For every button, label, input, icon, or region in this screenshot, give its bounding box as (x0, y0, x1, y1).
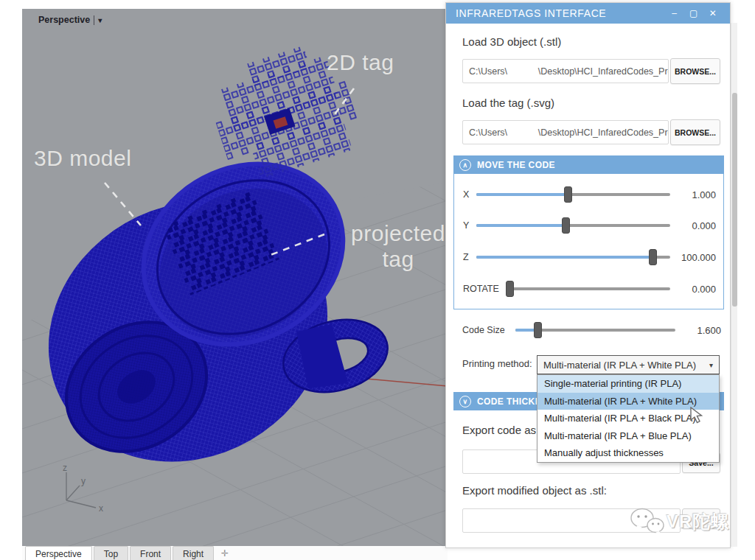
browse-object-button[interactable]: BROWSE... (670, 58, 720, 84)
maximize-icon[interactable]: ▢ (684, 8, 703, 18)
load-object-label: Load 3D object (.stl) (462, 35, 561, 48)
load-object-path-input[interactable]: C:\Users\ \Desktop\HCI_InfaredCodes_Prc (462, 59, 669, 83)
application-window: Perspective ▾ 2D tag 3D model projected … (0, 0, 755, 560)
slider-row-x: X 1.000 (463, 186, 716, 203)
code-size-row: Code Size 1.600 (462, 321, 721, 339)
rotate-slider-thumb[interactable] (506, 281, 514, 297)
load-tag-label: Load the tag (.svg) (462, 97, 554, 109)
3d-viewport[interactable]: Perspective ▾ 2D tag 3D model projected … (22, 9, 448, 546)
scrollbar-thumb[interactable] (732, 93, 737, 307)
x-slider[interactable] (476, 193, 670, 196)
tab-perspective[interactable]: Perspective (25, 546, 92, 560)
panel-title-bar[interactable]: INFRAREDTAGS INTERFACE – ▢ ✕ (446, 3, 730, 24)
slider-row-y: Y 0.000 (463, 217, 716, 234)
dropdown-option-blue-pla[interactable]: Multi-material (IR PLA + Blue PLA) (537, 427, 719, 445)
browse-tag-button[interactable]: BROWSE... (670, 119, 720, 145)
close-icon[interactable]: ✕ (703, 8, 723, 18)
axis-y-label: y (81, 476, 86, 486)
move-code-section-body: X 1.000 Y 0.000 Z (453, 174, 724, 309)
printing-method-select[interactable]: Multi-material (IR PLA + White PLA) ▾ (537, 355, 720, 374)
tab-front[interactable]: Front (130, 546, 171, 560)
dropdown-option-single-material[interactable]: Single-material printing (IR PLA) (537, 375, 719, 393)
panel-title: INFRAREDTAGS INTERFACE (456, 7, 606, 19)
y-slider-thumb[interactable] (562, 217, 570, 234)
dropdown-option-manual[interactable]: Manually adjust thicknesses (537, 444, 719, 462)
infraredtags-panel: INFRAREDTAGS INTERFACE – ▢ ✕ Load 3D obj… (445, 2, 731, 548)
viewport-title[interactable]: Perspective ▾ (38, 15, 102, 25)
load-tag-path-input[interactable]: C:\Users\ \Desktop\HCI_InfaredCodes_Prc (462, 120, 669, 144)
move-code-section-header[interactable]: ∧ MOVE THE CODE (453, 155, 724, 174)
viewport-title-label: Perspective (38, 15, 90, 25)
tab-right[interactable]: Right (173, 546, 214, 560)
viewport-title-separator (94, 15, 94, 25)
axis-z-label: z (63, 463, 67, 473)
mouse-cursor-icon (689, 407, 706, 427)
minimize-icon[interactable]: – (665, 8, 684, 18)
axis-x-label: x (99, 503, 103, 514)
tab-top[interactable]: Top (94, 546, 128, 560)
z-slider[interactable] (476, 256, 670, 259)
code-size-slider[interactable] (515, 329, 675, 332)
watermark-text: VR陀螺 (667, 510, 729, 533)
viewport-tab-bar: Perspective Top Front Right ✛ (22, 546, 448, 560)
pan-views-icon[interactable]: ✛ (215, 546, 234, 560)
printing-method-label: Printing method: (462, 358, 532, 369)
slider-row-z: Z 100.000 (463, 248, 716, 266)
export-code-label: Export code as .s (462, 424, 548, 436)
watermark: VR陀螺 (628, 505, 729, 538)
annotation-3d-model: 3D model (34, 146, 131, 171)
export-object-label: Export modified object as .stl: (462, 484, 607, 497)
z-slider-thumb[interactable] (649, 249, 657, 265)
chevron-down-icon: ▾ (709, 361, 713, 369)
rotate-slider[interactable] (507, 287, 670, 290)
expand-icon[interactable]: ∨ (459, 396, 471, 407)
code-size-slider-thumb[interactable] (534, 322, 542, 338)
annotation-projected-tag: projected tag (328, 221, 448, 272)
chevron-down-icon[interactable]: ▾ (98, 16, 102, 24)
panel-scrollbar[interactable] (731, 23, 737, 547)
y-slider[interactable] (476, 224, 670, 227)
wechat-logo-icon (628, 505, 667, 538)
collapse-icon[interactable]: ∧ (459, 159, 471, 171)
annotation-2d-tag: 2D tag (327, 50, 394, 75)
x-slider-thumb[interactable] (564, 186, 572, 203)
axis-indicator: z y x (43, 462, 116, 517)
slider-row-rotate: ROTATE 0.000 (463, 280, 716, 298)
